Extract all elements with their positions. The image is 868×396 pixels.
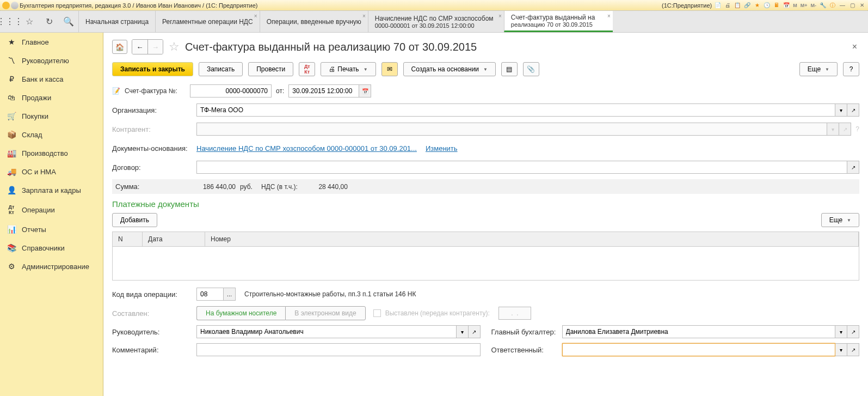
history-icon[interactable]: 🕓 [763,2,771,9]
date-picker-icon[interactable]: 📅 [359,84,371,98]
info-icon[interactable]: ⓘ [829,2,836,9]
tab-invoice[interactable]: Счет-фактура выданный на реализацию 70 о… [504,11,613,32]
paper-toggle[interactable]: На бумажном носителе [196,306,285,320]
contragent-input[interactable] [196,123,827,136]
link-icon[interactable]: 🔗 [743,2,751,9]
minimize-icon[interactable]: — [839,2,846,9]
more-button[interactable]: Еще▼ [799,62,838,76]
contract-input[interactable] [196,161,847,174]
dropdown-icon[interactable]: ▾ [835,343,847,356]
memory-mplus[interactable]: M+ [800,2,808,9]
org-input[interactable] [196,103,835,117]
sidebar-item-assets[interactable]: 🚚ОС и НМА [0,162,103,181]
dropdown-icon[interactable]: ▾ [457,325,469,338]
payment-table: N Дата Номер [112,231,859,281]
history-nav-icon[interactable]: ↻ [39,11,59,32]
tab-start-page[interactable]: Начальная страница [78,11,155,32]
maximize-icon[interactable]: ▢ [848,2,856,9]
basis-link[interactable]: Начисление НДС по СМР хозспособом 0000-0… [196,144,417,153]
sidebar-item-production[interactable]: 🏭Производство [0,144,103,162]
sidebar-item-sales[interactable]: 🛍Продажи [0,88,103,107]
sidebar-item-warehouse[interactable]: 📦Склад [0,125,103,144]
comment-input[interactable] [196,343,481,356]
sidebar-item-catalogs[interactable]: 📚Справочники [0,239,103,257]
calendar-icon[interactable]: 📅 [783,2,790,9]
memory-mminus[interactable]: M- [810,2,817,9]
invoice-no-input[interactable] [190,84,272,98]
open-icon[interactable]: ↗ [469,325,481,338]
memory-m[interactable]: M [792,2,798,9]
print-icon[interactable]: 🖨 [724,2,731,9]
back-button[interactable]: ← [132,40,147,54]
tab-vat-ops[interactable]: Регламентные операции НДС × [155,11,260,32]
help-hint-icon[interactable]: ? [855,125,859,133]
opcode-input[interactable] [196,288,224,301]
add-button[interactable]: Добавить [112,213,157,227]
tab-vat-accrual[interactable]: Начисление НДС по СМР хозспособом 0000-0… [368,11,504,32]
star-outline-icon[interactable]: ☆ [20,11,39,32]
select-icon[interactable]: … [224,288,236,301]
forward-button[interactable]: → [147,40,163,54]
apps-icon[interactable]: ⋮⋮⋮ [0,11,20,32]
sidebar-item-payroll[interactable]: 👤Зарплата и кадры [0,181,103,199]
sent-date-input[interactable] [498,307,531,320]
close-window-icon[interactable]: ✕ [858,2,866,9]
payment-section-title: Платежные документы [112,199,859,209]
structure-button[interactable]: ▤ [501,62,518,76]
compare-icon[interactable]: 📋 [734,2,741,9]
sidebar-item-bank[interactable]: ₽Банк и касса [0,70,103,88]
sidebar-item-manager[interactable]: 〽Руководителю [0,51,103,70]
tab-manual-ops[interactable]: Операции, введенные вручную × [260,11,368,32]
close-icon[interactable]: × [607,13,611,19]
help-button[interactable]: ? [843,62,859,76]
calc-icon[interactable]: 🖩 [773,2,780,9]
open-icon[interactable]: ↗ [847,161,859,174]
electronic-toggle[interactable]: В электронном виде [285,306,365,320]
email-button[interactable]: ✉ [381,62,398,76]
favorite-star-icon[interactable]: ☆ [169,40,180,54]
dt-kt-button[interactable]: ДтКт [299,62,315,76]
settings-icon[interactable]: 🔧 [819,2,827,9]
sidebar-item-operations[interactable]: ДтКтОперации [0,199,103,220]
dropdown-icon[interactable]: ▾ [827,123,839,136]
change-link[interactable]: Изменить [426,144,458,153]
sidebar-item-reports[interactable]: 📊Отчеты [0,220,103,239]
more-button-2[interactable]: Еще▼ [821,213,859,227]
responsible-input[interactable] [562,343,836,356]
date-input[interactable] [288,84,359,98]
manager-input[interactable] [196,325,457,338]
sidebar-item-admin[interactable]: ⚙Администрирование [0,257,103,276]
print-button[interactable]: 🖨Печать▼ [321,62,375,76]
dropdown-icon[interactable] [11,2,19,9]
close-icon[interactable]: × [498,13,502,19]
favorite-icon[interactable]: ★ [753,2,761,9]
save-close-button[interactable]: Записать и закрыть [112,62,193,76]
currency-label: руб. [240,183,253,191]
post-button[interactable]: Провести [248,62,293,76]
sent-label: Выставлен (передан контрагенту): [385,309,490,317]
create-based-button[interactable]: Создать на основании▼ [403,62,496,76]
print-preview-icon[interactable]: 📄 [714,2,722,9]
sidebar-item-main[interactable]: ★Главное [0,33,103,51]
save-button[interactable]: Записать [199,62,243,76]
th-number[interactable]: Номер [205,232,859,246]
close-page-icon[interactable]: × [850,40,859,54]
attach-button[interactable]: 📎 [523,62,539,76]
window-titlebar: Бухгалтерия предприятия, редакция 3.0 / … [0,0,868,11]
sent-checkbox[interactable] [373,309,381,317]
open-icon[interactable]: ↗ [847,103,859,117]
dropdown-icon[interactable]: ▾ [835,103,847,117]
open-icon[interactable]: ↗ [847,343,859,356]
th-date[interactable]: Дата [143,232,205,246]
th-n[interactable]: N [113,232,143,246]
dropdown-icon[interactable]: ▾ [835,325,847,338]
home-button[interactable]: 🏠 [112,40,127,54]
search-icon[interactable]: 🔍 [59,11,78,32]
app-icon [2,2,10,9]
sidebar-item-purchases[interactable]: 🛒Покупки [0,107,103,125]
open-icon[interactable]: ↗ [847,325,859,338]
close-icon[interactable]: × [254,13,257,19]
open-icon[interactable]: ↗ [839,123,851,136]
accountant-input[interactable] [562,325,836,338]
close-icon[interactable]: × [362,13,366,19]
